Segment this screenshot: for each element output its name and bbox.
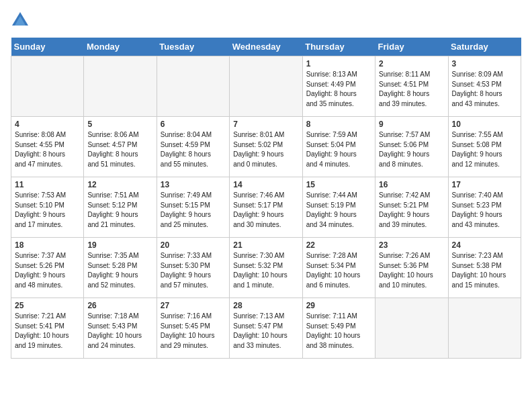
day-info: Sunrise: 7:59 AM Sunset: 5:04 PM Dayligh… [306,130,371,169]
day-info: Sunrise: 7:21 AM Sunset: 5:41 PM Dayligh… [15,312,80,351]
calendar-table: SundayMondayTuesdayWednesdayThursdayFrid… [11,38,521,359]
day-number: 16 [379,180,444,189]
calendar-cell: 6Sunrise: 8:04 AM Sunset: 4:59 PM Daylig… [157,117,229,177]
calendar-cell [375,298,448,359]
calendar-cell: 21Sunrise: 7:30 AM Sunset: 5:32 PM Dayli… [230,238,302,298]
calendar-cell [230,56,302,117]
day-info: Sunrise: 7:16 AM Sunset: 5:45 PM Dayligh… [161,312,226,351]
calendar-cell: 15Sunrise: 7:44 AM Sunset: 5:19 PM Dayli… [302,177,375,238]
calendar-cell: 1Sunrise: 8:13 AM Sunset: 4:49 PM Daylig… [302,56,375,117]
header-wednesday: Wednesday [230,38,302,56]
calendar-cell [84,56,157,117]
calendar-cell: 11Sunrise: 7:53 AM Sunset: 5:10 PM Dayli… [11,177,84,238]
day-info: Sunrise: 8:08 AM Sunset: 4:55 PM Dayligh… [15,130,80,169]
header-thursday: Thursday [302,38,375,56]
page-header [11,11,521,30]
day-number: 22 [306,240,371,250]
calendar-cell [448,298,521,359]
header-saturday: Saturday [448,38,521,56]
day-info: Sunrise: 8:13 AM Sunset: 4:49 PM Dayligh… [306,70,371,109]
day-number: 21 [233,240,298,250]
calendar-cell: 5Sunrise: 8:06 AM Sunset: 4:57 PM Daylig… [84,117,157,177]
day-number: 5 [87,120,152,129]
day-info: Sunrise: 8:06 AM Sunset: 4:57 PM Dayligh… [87,130,152,169]
day-info: Sunrise: 7:26 AM Sunset: 5:36 PM Dayligh… [379,251,444,290]
calendar-cell: 12Sunrise: 7:51 AM Sunset: 5:12 PM Dayli… [84,177,157,238]
day-info: Sunrise: 7:49 AM Sunset: 5:15 PM Dayligh… [161,191,226,230]
day-info: Sunrise: 7:37 AM Sunset: 5:26 PM Dayligh… [15,251,80,290]
header-friday: Friday [375,38,448,56]
day-number: 9 [379,120,444,129]
calendar-cell: 10Sunrise: 7:55 AM Sunset: 5:08 PM Dayli… [448,117,521,177]
day-number: 7 [233,120,298,129]
calendar-cell [11,56,84,117]
calendar-cell: 24Sunrise: 7:23 AM Sunset: 5:38 PM Dayli… [448,238,521,298]
calendar-cell: 23Sunrise: 7:26 AM Sunset: 5:36 PM Dayli… [375,238,448,298]
day-number: 8 [306,120,371,129]
calendar-cell: 18Sunrise: 7:37 AM Sunset: 5:26 PM Dayli… [11,238,84,298]
logo-icon [11,11,30,30]
day-number: 12 [87,180,152,189]
day-number: 24 [452,240,517,250]
calendar-cell: 27Sunrise: 7:16 AM Sunset: 5:45 PM Dayli… [157,298,229,359]
day-number: 13 [161,180,226,189]
header-monday: Monday [84,38,157,56]
day-info: Sunrise: 7:11 AM Sunset: 5:49 PM Dayligh… [306,312,371,351]
day-info: Sunrise: 7:57 AM Sunset: 5:06 PM Dayligh… [379,130,444,169]
day-number: 2 [379,59,444,68]
calendar-cell: 17Sunrise: 7:40 AM Sunset: 5:23 PM Dayli… [448,177,521,238]
day-info: Sunrise: 8:11 AM Sunset: 4:51 PM Dayligh… [379,70,444,109]
day-number: 3 [452,59,517,68]
day-info: Sunrise: 8:09 AM Sunset: 4:53 PM Dayligh… [452,70,517,109]
day-info: Sunrise: 7:13 AM Sunset: 5:47 PM Dayligh… [233,312,298,351]
calendar-week-1: 1Sunrise: 8:13 AM Sunset: 4:49 PM Daylig… [11,56,521,117]
calendar-week-4: 18Sunrise: 7:37 AM Sunset: 5:26 PM Dayli… [11,238,521,298]
day-number: 23 [379,240,444,250]
calendar-cell: 22Sunrise: 7:28 AM Sunset: 5:34 PM Dayli… [302,238,375,298]
day-number: 10 [452,120,517,129]
day-number: 28 [233,301,298,310]
calendar-cell: 16Sunrise: 7:42 AM Sunset: 5:21 PM Dayli… [375,177,448,238]
calendar-cell: 25Sunrise: 7:21 AM Sunset: 5:41 PM Dayli… [11,298,84,359]
day-info: Sunrise: 7:53 AM Sunset: 5:10 PM Dayligh… [15,191,80,230]
calendar-cell: 28Sunrise: 7:13 AM Sunset: 5:47 PM Dayli… [230,298,302,359]
calendar-header-row: SundayMondayTuesdayWednesdayThursdayFrid… [11,38,521,56]
day-number: 6 [161,120,226,129]
day-info: Sunrise: 7:35 AM Sunset: 5:28 PM Dayligh… [87,251,152,290]
calendar-cell: 20Sunrise: 7:33 AM Sunset: 5:30 PM Dayli… [157,238,229,298]
day-info: Sunrise: 7:28 AM Sunset: 5:34 PM Dayligh… [306,251,371,290]
day-number: 27 [161,301,226,310]
day-info: Sunrise: 7:23 AM Sunset: 5:38 PM Dayligh… [452,251,517,290]
day-info: Sunrise: 8:01 AM Sunset: 5:02 PM Dayligh… [233,130,298,169]
day-info: Sunrise: 7:40 AM Sunset: 5:23 PM Dayligh… [452,191,517,230]
day-number: 15 [306,180,371,189]
day-number: 1 [306,59,371,68]
logo [11,11,32,30]
day-info: Sunrise: 7:55 AM Sunset: 5:08 PM Dayligh… [452,130,517,169]
day-number: 25 [15,301,80,310]
day-number: 17 [452,180,517,189]
calendar-cell: 9Sunrise: 7:57 AM Sunset: 5:06 PM Daylig… [375,117,448,177]
day-info: Sunrise: 7:30 AM Sunset: 5:32 PM Dayligh… [233,251,298,290]
header-sunday: Sunday [11,38,84,56]
day-number: 18 [15,240,80,250]
calendar-cell: 3Sunrise: 8:09 AM Sunset: 4:53 PM Daylig… [448,56,521,117]
calendar-cell: 8Sunrise: 7:59 AM Sunset: 5:04 PM Daylig… [302,117,375,177]
day-number: 20 [161,240,226,250]
day-info: Sunrise: 7:51 AM Sunset: 5:12 PM Dayligh… [87,191,152,230]
calendar-cell: 29Sunrise: 7:11 AM Sunset: 5:49 PM Dayli… [302,298,375,359]
calendar-week-2: 4Sunrise: 8:08 AM Sunset: 4:55 PM Daylig… [11,117,521,177]
day-info: Sunrise: 7:42 AM Sunset: 5:21 PM Dayligh… [379,191,444,230]
calendar-cell: 14Sunrise: 7:46 AM Sunset: 5:17 PM Dayli… [230,177,302,238]
calendar-cell: 19Sunrise: 7:35 AM Sunset: 5:28 PM Dayli… [84,238,157,298]
day-info: Sunrise: 7:33 AM Sunset: 5:30 PM Dayligh… [161,251,226,290]
day-info: Sunrise: 7:44 AM Sunset: 5:19 PM Dayligh… [306,191,371,230]
calendar-week-5: 25Sunrise: 7:21 AM Sunset: 5:41 PM Dayli… [11,298,521,359]
calendar-cell: 7Sunrise: 8:01 AM Sunset: 5:02 PM Daylig… [230,117,302,177]
day-number: 29 [306,301,371,310]
calendar-cell: 2Sunrise: 8:11 AM Sunset: 4:51 PM Daylig… [375,56,448,117]
calendar-cell: 4Sunrise: 8:08 AM Sunset: 4:55 PM Daylig… [11,117,84,177]
calendar-cell: 26Sunrise: 7:18 AM Sunset: 5:43 PM Dayli… [84,298,157,359]
calendar-cell [157,56,229,117]
calendar-cell: 13Sunrise: 7:49 AM Sunset: 5:15 PM Dayli… [157,177,229,238]
